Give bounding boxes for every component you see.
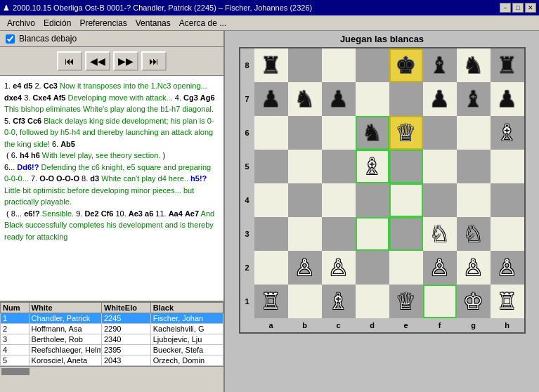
cell-a1[interactable]: ♖ (254, 285, 288, 318)
cell-h3[interactable] (491, 217, 524, 251)
table-cell: 5 (1, 355, 30, 366)
piece-a8: ♜ (261, 54, 281, 77)
table-cell: 3 (1, 334, 30, 345)
cell-g4[interactable] (457, 183, 491, 217)
cell-g8[interactable]: ♞ (457, 48, 491, 82)
cell-g7[interactable]: ♝ (457, 82, 491, 116)
cell-b3[interactable] (288, 217, 322, 251)
cell-g3[interactable]: ♘ (457, 217, 491, 251)
cell-f4[interactable] (423, 183, 457, 217)
cell-d7[interactable] (356, 82, 389, 116)
scrollbar-area[interactable] (0, 366, 223, 376)
cell-e1[interactable]: ♕ (389, 285, 423, 318)
cell-a3[interactable] (254, 217, 288, 251)
cell-g6[interactable] (457, 116, 491, 150)
maximize-button[interactable]: □ (512, 3, 524, 13)
cell-c3[interactable] (322, 217, 356, 251)
last-button[interactable]: ⏭ (141, 51, 167, 71)
table-row[interactable]: 3Bertholee, Rob2340Ljubojevic, Lju (1, 334, 223, 345)
cell-c8[interactable] (322, 48, 356, 82)
close-button[interactable]: ✕ (525, 3, 536, 13)
cell-e8[interactable]: ♚ (389, 48, 423, 82)
cell-f3[interactable]: ♘ (423, 217, 457, 251)
cell-c1[interactable]: ♗ (322, 285, 356, 318)
main-layout: Blancas debajo ⏮ ◀◀ ▶▶ ⏭ 1. e4 d5 2. Cc3… (0, 31, 539, 392)
table-cell: 2245 (101, 313, 150, 324)
menu-ventanas[interactable]: Ventanas (131, 17, 175, 30)
next-button[interactable]: ▶▶ (113, 51, 138, 71)
cell-e3[interactable] (389, 217, 423, 251)
chess-board: 8♜♚♝♞♜7♟♞♟♟♝♟6♞♕♗5♗43♘♘2♙♙♙♙♙1♖♗♕♔♖abcde… (239, 47, 526, 334)
cell-g2[interactable]: ♙ (457, 251, 491, 285)
cell-h6[interactable]: ♗ (491, 116, 524, 150)
cell-d3[interactable] (356, 217, 389, 251)
cell-f1[interactable] (423, 285, 457, 318)
cell-g5[interactable] (457, 150, 491, 183)
cell-a5[interactable] (254, 150, 288, 183)
piece-e6: ♕ (396, 122, 416, 144)
menu-acerca[interactable]: Acerca de ... (175, 17, 230, 30)
table-cell: Hoffmann, Asa (29, 324, 101, 334)
cell-e6[interactable]: ♕ (389, 116, 423, 150)
cell-d6[interactable]: ♞ (356, 116, 389, 150)
cell-b1[interactable] (288, 285, 322, 318)
cell-b6[interactable] (288, 116, 322, 150)
cell-b7[interactable]: ♞ (288, 82, 322, 116)
table-cell: 1 (1, 313, 30, 324)
file-label-b: b (288, 318, 322, 332)
cell-h4[interactable] (491, 183, 524, 217)
cell-h7[interactable]: ♟ (491, 82, 524, 116)
cell-c4[interactable] (322, 183, 356, 217)
cell-d8[interactable] (356, 48, 389, 82)
cell-a7[interactable]: ♟ (254, 82, 288, 116)
cell-e5[interactable] (389, 150, 423, 183)
cell-f6[interactable] (423, 116, 457, 150)
cell-d2[interactable] (356, 251, 389, 285)
table-row[interactable]: 4Reefschlaeger, Helmut2395Buecker, Stefa (1, 345, 223, 355)
cell-c5[interactable] (322, 150, 356, 183)
cell-a2[interactable] (254, 251, 288, 285)
cell-d4[interactable] (356, 183, 389, 217)
minimize-button[interactable]: − (500, 3, 511, 13)
cell-g1[interactable]: ♔ (457, 285, 491, 318)
cell-a8[interactable]: ♜ (254, 48, 288, 82)
cell-f2[interactable]: ♙ (423, 251, 457, 285)
cell-d1[interactable] (356, 285, 389, 318)
cell-e7[interactable] (389, 82, 423, 116)
cell-d5[interactable]: ♗ (356, 150, 389, 183)
cell-h2[interactable]: ♙ (491, 251, 524, 285)
cell-b5[interactable] (288, 150, 322, 183)
whites-below-row: Blancas debajo (0, 31, 223, 47)
cell-e2[interactable] (389, 251, 423, 285)
cell-b8[interactable] (288, 48, 322, 82)
cell-a6[interactable] (254, 116, 288, 150)
table-row[interactable]: 2Hoffmann, Asa2290Kacheishvili, G (1, 324, 223, 334)
piece-g3: ♘ (463, 223, 483, 245)
file-label-e: e (389, 318, 423, 332)
cell-h1[interactable]: ♖ (491, 285, 524, 318)
first-button[interactable]: ⏮ (57, 51, 82, 71)
cell-f8[interactable]: ♝ (423, 48, 457, 82)
cell-c2[interactable]: ♙ (322, 251, 356, 285)
piece-a1: ♖ (261, 290, 281, 313)
cell-f5[interactable] (423, 150, 457, 183)
menu-preferencias[interactable]: Preferencias (75, 17, 131, 30)
piece-c7: ♟ (328, 88, 349, 110)
col-white: White (29, 303, 101, 313)
menu-archivo[interactable]: Archivo (3, 17, 39, 30)
whites-below-checkbox[interactable] (6, 34, 15, 44)
cell-f7[interactable]: ♟ (423, 82, 457, 116)
cell-b4[interactable] (288, 183, 322, 217)
cell-e4[interactable] (389, 183, 423, 217)
menu-edicion[interactable]: Edición (39, 17, 75, 30)
cell-b2[interactable]: ♙ (288, 251, 322, 285)
cell-a4[interactable] (254, 183, 288, 217)
prev-button[interactable]: ◀◀ (85, 51, 110, 71)
cell-c6[interactable] (322, 116, 356, 150)
notation-text[interactable]: 1. e4 d5 2. Cc3 Now it transposes into t… (0, 76, 223, 301)
cell-h8[interactable]: ♜ (491, 48, 524, 82)
table-row[interactable]: 1Chandler, Patrick2245Fischer, Johan (1, 313, 223, 324)
cell-c7[interactable]: ♟ (322, 82, 356, 116)
cell-h5[interactable] (491, 150, 524, 183)
table-row[interactable]: 5Korosciel, Aneta2043Orzech, Domin (1, 355, 223, 366)
